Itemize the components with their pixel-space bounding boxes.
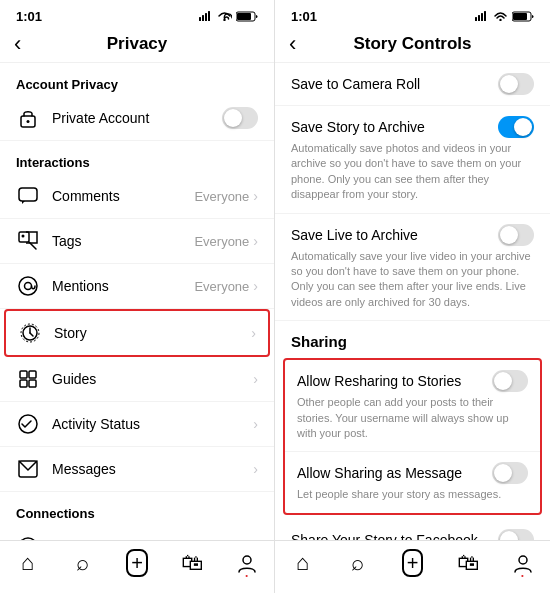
svg-point-8 [27, 120, 30, 123]
story-label: Story [54, 325, 251, 341]
signal-icon-right [475, 11, 489, 21]
menu-tags[interactable]: Tags Everyone › [0, 219, 274, 264]
save-camera-roll-toggle[interactable] [498, 73, 534, 95]
nav-home-right[interactable]: ⌂ [283, 550, 323, 576]
status-icons-right [475, 11, 534, 22]
nav-shop-left[interactable]: 🛍 [172, 550, 212, 576]
nav-add-right[interactable]: + [393, 549, 433, 577]
comment-icon [16, 184, 40, 208]
left-content: Account Privacy Private Account Interact… [0, 63, 274, 540]
tags-label: Tags [52, 233, 194, 249]
back-button-left[interactable]: ‹ [14, 33, 21, 55]
status-icons-left [199, 11, 258, 22]
save-archive-toggle[interactable] [498, 116, 534, 138]
shop-icon-right: 🛍 [457, 550, 479, 576]
nav-profile-left[interactable] [227, 552, 267, 574]
tags-value: Everyone [194, 234, 249, 249]
svg-rect-19 [29, 371, 36, 378]
time-left: 1:01 [16, 9, 42, 24]
menu-story[interactable]: Story › [4, 309, 270, 357]
guides-label: Guides [52, 371, 253, 387]
svg-rect-2 [205, 13, 207, 21]
menu-mentions[interactable]: Mentions Everyone › [0, 264, 274, 309]
back-button-right[interactable]: ‹ [289, 33, 296, 55]
svg-rect-21 [29, 380, 36, 387]
share-facebook-toggle[interactable] [498, 529, 534, 540]
section-connections: Connections [0, 492, 274, 525]
nav-add-left[interactable]: + [117, 549, 157, 577]
story-chevron: › [251, 325, 256, 341]
nav-search-right[interactable]: ⌕ [338, 550, 378, 576]
search-icon-right: ⌕ [351, 550, 364, 576]
private-account-toggle[interactable] [222, 107, 258, 129]
signal-icon [199, 11, 213, 21]
svg-rect-3 [208, 11, 210, 21]
svg-rect-1 [202, 15, 204, 21]
svg-rect-31 [475, 17, 477, 21]
menu-comments[interactable]: Comments Everyone › [0, 174, 274, 219]
allow-sharing-message-title: Allow Sharing as Message [297, 465, 484, 481]
right-content: Save to Camera Roll Save Story to Archiv… [275, 63, 550, 540]
home-icon-right: ⌂ [296, 550, 309, 576]
menu-activity-status[interactable]: Activity Status › [0, 402, 274, 447]
svg-point-30 [243, 556, 251, 564]
mentions-value: Everyone [194, 279, 249, 294]
save-archive-desc: Automatically save photos and videos in … [291, 141, 534, 203]
nav-shop-right[interactable]: 🛍 [448, 550, 488, 576]
sharing-box: Allow Resharing to Stories Other people … [283, 358, 542, 515]
wifi-icon [217, 11, 232, 21]
comments-chevron: › [253, 188, 258, 204]
menu-guides[interactable]: Guides › [0, 357, 274, 402]
save-live-title: Save Live to Archive [291, 227, 490, 243]
section-account-privacy: Account Privacy [0, 63, 274, 96]
save-camera-roll-title: Save to Camera Roll [291, 76, 490, 92]
allow-resharing-toggle[interactable] [492, 370, 528, 392]
left-header: ‹ Privacy [0, 28, 274, 63]
left-bottom-nav: ⌂ ⌕ + 🛍 [0, 540, 274, 593]
messages-label: Messages [52, 461, 253, 477]
nav-search-left[interactable]: ⌕ [62, 550, 102, 576]
menu-private-account[interactable]: Private Account [0, 96, 274, 141]
save-archive-title: Save Story to Archive [291, 119, 490, 135]
tag-icon [16, 229, 40, 253]
battery-icon-right [512, 11, 534, 22]
svg-point-35 [499, 19, 501, 21]
allow-sharing-message-toggle[interactable] [492, 462, 528, 484]
status-bar-right: 1:01 [275, 0, 550, 28]
svg-rect-34 [484, 11, 486, 21]
home-icon-left: ⌂ [21, 550, 34, 576]
add-icon-left: + [126, 549, 148, 577]
mention-icon [16, 274, 40, 298]
status-bar-left: 1:01 [0, 0, 274, 28]
left-header-title: Privacy [107, 34, 168, 54]
allow-sharing-message-desc: Let people share your story as messages. [297, 487, 528, 502]
save-live-toggle[interactable] [498, 224, 534, 246]
allow-resharing-desc: Other people can add your posts to their… [297, 395, 528, 441]
menu-messages[interactable]: Messages › [0, 447, 274, 492]
svg-rect-37 [513, 13, 527, 20]
svg-point-11 [22, 235, 25, 238]
activity-status-label: Activity Status [52, 416, 253, 432]
svg-rect-20 [20, 380, 27, 387]
right-screen: 1:01 ‹ Story Controls [275, 0, 550, 593]
svg-rect-32 [478, 15, 480, 21]
wifi-icon-right [493, 11, 508, 21]
comments-value: Everyone [194, 189, 249, 204]
shop-icon-left: 🛍 [181, 550, 203, 576]
nav-profile-right[interactable] [503, 552, 543, 574]
profile-icon-right [512, 552, 534, 574]
nav-home-left[interactable]: ⌂ [7, 550, 47, 576]
story-item-save-archive: Save Story to Archive Automatically save… [275, 106, 550, 214]
search-icon-left: ⌕ [76, 550, 89, 576]
left-screen: 1:01 ‹ Privacy [0, 0, 275, 593]
right-header: ‹ Story Controls [275, 28, 550, 63]
story-icon [18, 321, 42, 345]
save-live-desc: Automatically save your live video in yo… [291, 249, 534, 311]
menu-restricted[interactable]: Restricted Accounts › [0, 525, 274, 540]
svg-point-4 [223, 19, 225, 21]
tags-chevron: › [253, 233, 258, 249]
svg-rect-6 [237, 13, 251, 20]
activity-chevron: › [253, 416, 258, 432]
battery-icon [236, 11, 258, 22]
svg-point-13 [25, 283, 32, 290]
